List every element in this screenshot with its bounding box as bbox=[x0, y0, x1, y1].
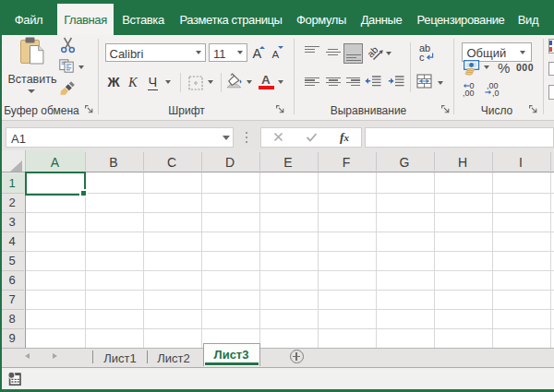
svg-text:ab: ab bbox=[367, 44, 380, 60]
